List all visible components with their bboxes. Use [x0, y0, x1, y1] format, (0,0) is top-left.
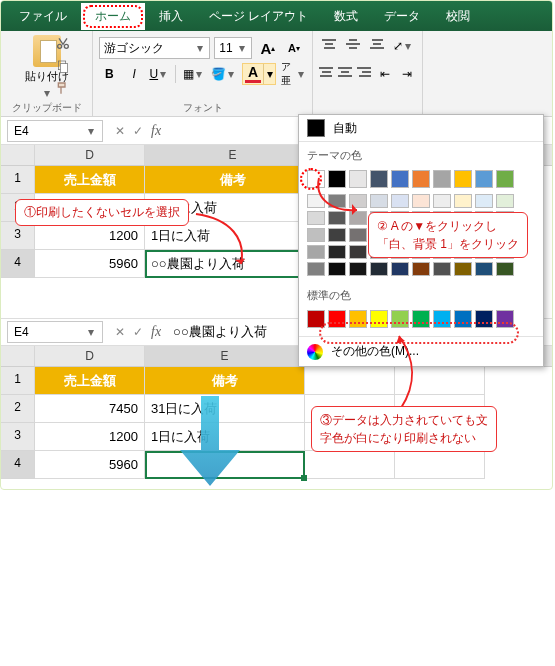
color-swatch[interactable]: [307, 262, 325, 276]
decrease-font-icon[interactable]: A▾: [282, 37, 306, 59]
enter-icon[interactable]: ✓: [133, 325, 143, 339]
color-swatch[interactable]: [328, 228, 346, 242]
color-swatch[interactable]: [370, 194, 388, 208]
cell-header[interactable]: 備考: [145, 367, 305, 395]
row-header[interactable]: 4: [1, 451, 35, 479]
color-swatch[interactable]: [496, 262, 514, 276]
align-center-icon[interactable]: [338, 63, 353, 81]
cancel-icon[interactable]: ✕: [115, 325, 125, 339]
cell[interactable]: 31日に入荷: [145, 395, 305, 423]
increase-indent-icon[interactable]: ⇥: [398, 63, 416, 85]
tab-pagelayout[interactable]: ページ レイアウト: [197, 3, 320, 30]
tab-review[interactable]: 校閲: [434, 3, 482, 30]
row-header[interactable]: 1: [1, 166, 35, 194]
font-name-combo[interactable]: 游ゴシック ▾: [99, 37, 210, 59]
color-swatch[interactable]: [328, 245, 346, 259]
cell-header[interactable]: 売上金額: [35, 367, 145, 395]
color-swatch[interactable]: [328, 310, 346, 328]
color-swatch[interactable]: [454, 262, 472, 276]
color-swatch[interactable]: [496, 194, 514, 208]
color-swatch[interactable]: [412, 194, 430, 208]
color-swatch[interactable]: [307, 228, 325, 242]
color-swatch[interactable]: [454, 194, 472, 208]
underline-button[interactable]: U▾: [148, 63, 169, 85]
align-bottom-icon[interactable]: [367, 35, 387, 53]
select-all-corner[interactable]: [1, 145, 35, 165]
color-swatch[interactable]: [391, 170, 409, 188]
color-swatch[interactable]: [349, 228, 367, 242]
align-left-icon[interactable]: [319, 63, 334, 81]
enter-icon[interactable]: ✓: [133, 124, 143, 138]
cell[interactable]: 5960: [35, 451, 145, 479]
copy-icon[interactable]: [55, 59, 71, 75]
font-color-dropdown[interactable]: ▾: [263, 64, 275, 84]
color-swatch[interactable]: [475, 170, 493, 188]
cell[interactable]: [305, 451, 395, 479]
cell[interactable]: 5960: [35, 250, 145, 278]
color-swatch[interactable]: [391, 262, 409, 276]
color-swatch[interactable]: [475, 194, 493, 208]
bold-button[interactable]: B: [99, 63, 120, 85]
cancel-icon[interactable]: ✕: [115, 124, 125, 138]
tab-data[interactable]: データ: [372, 3, 432, 30]
cell[interactable]: 1日に入荷: [145, 423, 305, 451]
automatic-color-swatch[interactable]: [307, 119, 325, 137]
color-swatch[interactable]: [412, 170, 430, 188]
cell-header[interactable]: 備考: [145, 166, 321, 194]
color-swatch[interactable]: [370, 262, 388, 276]
tab-file[interactable]: ファイル: [7, 3, 79, 30]
color-swatch[interactable]: [412, 310, 430, 328]
cut-icon[interactable]: [55, 37, 71, 53]
color-swatch[interactable]: [391, 310, 409, 328]
fx-icon[interactable]: fx: [151, 123, 161, 139]
fill-color-button[interactable]: 🪣▾: [209, 63, 238, 85]
color-swatch[interactable]: [349, 245, 367, 259]
increase-font-icon[interactable]: A▴: [256, 37, 280, 59]
cell[interactable]: [395, 451, 485, 479]
tab-insert[interactable]: 挿入: [147, 3, 195, 30]
color-swatch[interactable]: [496, 170, 514, 188]
align-middle-icon[interactable]: [343, 35, 363, 53]
row-header[interactable]: 4: [1, 250, 35, 278]
column-header-E[interactable]: E: [145, 145, 321, 165]
color-swatch[interactable]: [412, 262, 430, 276]
format-painter-icon[interactable]: [55, 81, 71, 97]
cell-header[interactable]: 売上金額: [35, 166, 145, 194]
color-swatch[interactable]: [433, 310, 451, 328]
column-header-D[interactable]: D: [35, 145, 145, 165]
align-top-icon[interactable]: [319, 35, 339, 53]
color-swatch[interactable]: [307, 310, 325, 328]
name-box[interactable]: E4 ▾: [7, 321, 103, 343]
font-color-button[interactable]: A ▾: [242, 63, 276, 85]
select-all-corner[interactable]: [1, 346, 35, 366]
color-swatch[interactable]: [328, 262, 346, 276]
align-right-icon[interactable]: [357, 63, 372, 81]
name-box[interactable]: E4 ▾: [7, 120, 103, 142]
orientation-icon[interactable]: ⤢▾: [391, 35, 415, 57]
italic-button[interactable]: I: [124, 63, 145, 85]
color-swatch[interactable]: [349, 310, 367, 328]
phonetic-button[interactable]: ア亜▾: [280, 63, 306, 85]
color-swatch[interactable]: [454, 310, 472, 328]
cell[interactable]: 1200: [35, 423, 145, 451]
font-size-combo[interactable]: 11 ▾: [214, 37, 252, 59]
row-header[interactable]: 1: [1, 367, 35, 395]
color-swatch[interactable]: [433, 262, 451, 276]
cell[interactable]: 1200: [35, 222, 145, 250]
row-header[interactable]: 2: [1, 395, 35, 423]
column-header-E[interactable]: E: [145, 346, 305, 366]
color-swatch[interactable]: [433, 194, 451, 208]
column-header-D[interactable]: D: [35, 346, 145, 366]
color-swatch[interactable]: [454, 170, 472, 188]
row-header[interactable]: 3: [1, 423, 35, 451]
color-swatch[interactable]: [370, 310, 388, 328]
color-swatch[interactable]: [433, 170, 451, 188]
color-swatch[interactable]: [475, 310, 493, 328]
fx-icon[interactable]: fx: [151, 324, 161, 340]
color-swatch[interactable]: [349, 262, 367, 276]
color-swatch[interactable]: [391, 194, 409, 208]
decrease-indent-icon[interactable]: ⇤: [375, 63, 393, 85]
color-swatch[interactable]: [370, 170, 388, 188]
tab-home[interactable]: ホーム: [81, 3, 145, 30]
border-button[interactable]: ▦▾: [182, 63, 205, 85]
